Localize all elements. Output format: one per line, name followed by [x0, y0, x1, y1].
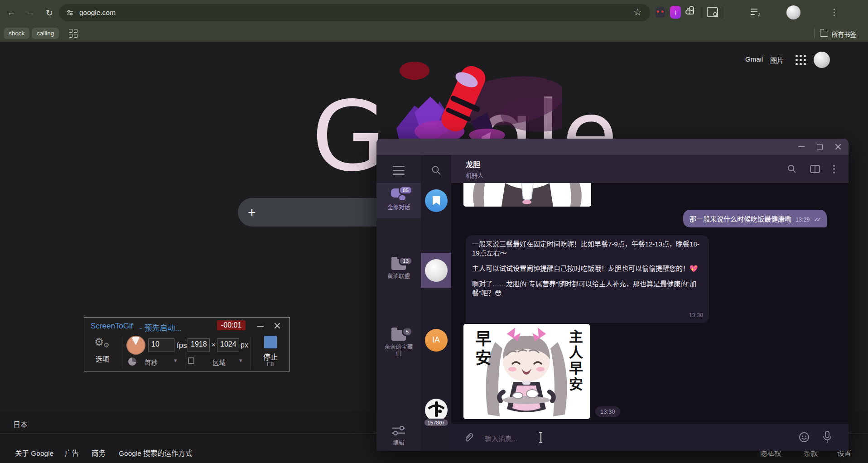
chevron-down-icon[interactable]: ▾ — [174, 357, 177, 364]
footer-link-about[interactable]: 关于 Google — [15, 448, 53, 458]
search-icon[interactable] — [787, 164, 797, 174]
microphone-icon[interactable] — [822, 431, 832, 444]
chat-area: 龙胆 机器人 — [451, 155, 849, 451]
browser-profile-avatar[interactable] — [786, 5, 800, 19]
screentogif-title: ScreenToGif — [91, 322, 133, 331]
forward-icon[interactable]: → — [24, 6, 37, 19]
region-crop-icon — [188, 357, 194, 364]
saved-messages-avatar — [425, 189, 448, 212]
url-bar[interactable]: google.com — [59, 4, 650, 21]
close-icon[interactable] — [274, 322, 281, 329]
bookmarks-bar: shock calling 所有书签 — [0, 25, 868, 42]
recording-timer: -00:01 — [217, 320, 246, 330]
all-bookmarks-folder-icon[interactable] — [820, 31, 828, 37]
message-input-placeholder[interactable]: 输入消息... — [485, 434, 518, 443]
chat-header[interactable]: 龙胆 机器人 — [451, 155, 849, 183]
footer-link-how-search-works[interactable]: Google 搜索的运作方式 — [119, 448, 193, 458]
google-search-box[interactable]: + — [238, 198, 390, 227]
footer-link-ads[interactable]: 广告 — [65, 448, 79, 458]
telegram-window[interactable]: 85 全部对话 13 黄油联盟 5 奈奈的宝藏们 编辑 — [376, 139, 849, 451]
sticker-text-left: 早安 — [470, 330, 493, 368]
extensions-puzzle-icon[interactable] — [687, 8, 694, 14]
width-input[interactable]: 1918 — [188, 338, 210, 352]
minimize-icon[interactable] — [257, 326, 264, 327]
url-text[interactable]: google.com — [79, 9, 116, 17]
message-paragraph: 啊对了……龙胆的“专属营养”随时都可以给主人补充，那也算是最健康的“加餐”吧？😳 — [472, 280, 703, 298]
search-icon[interactable] — [431, 165, 442, 176]
telegram-titlebar[interactable] — [376, 139, 849, 155]
folder-tab-butter-union[interactable]: 13 黄油联盟 — [376, 254, 421, 289]
back-icon[interactable]: ← — [5, 6, 18, 19]
options-label[interactable]: 选项 — [96, 354, 109, 363]
bookmark-grid-icon[interactable] — [69, 29, 77, 38]
chevron-down-icon[interactable]: ▾ — [239, 357, 242, 364]
message-input-bar[interactable]: 输入消息... — [451, 424, 849, 451]
folder-tab-all-chats[interactable]: 85 全部对话 — [376, 183, 421, 218]
folder-rail: 85 全部对话 13 黄油联盟 5 奈奈的宝藏们 编辑 — [376, 155, 421, 451]
text-cursor — [538, 432, 543, 443]
screentogif-titlebar[interactable]: ScreenToGif - 预先启动... -00:01 — [84, 318, 289, 335]
google-apps-icon[interactable] — [796, 55, 806, 65]
per-second-icon — [128, 357, 136, 366]
chat-title: 龙胆 — [466, 159, 483, 169]
sticker-time: 13:30 — [595, 406, 620, 417]
chat-dog-selected[interactable] — [421, 253, 451, 288]
gmail-link[interactable]: Gmail — [745, 55, 763, 63]
height-input[interactable]: 1024 — [217, 338, 239, 352]
bookmarks-divider — [814, 28, 815, 39]
screentogif-title-suffix: - 预先启动... — [140, 322, 182, 333]
gears-icon[interactable]: ⚙ — [94, 336, 104, 348]
section-divider — [251, 337, 251, 369]
bookmark-calling[interactable]: calling — [32, 28, 59, 39]
extension-skull-icon[interactable] — [656, 7, 665, 18]
chat-channel-bw[interactable]: 157807 — [421, 392, 451, 427]
playlist-icon[interactable]: ♪ — [750, 7, 762, 17]
sticker-good-morning[interactable]: 早安 主人早安 — [463, 324, 590, 419]
folder-tab-treasures[interactable]: 5 奈奈的宝藏们 — [376, 324, 421, 370]
section-divider — [123, 337, 123, 369]
svg-text:♪: ♪ — [757, 10, 761, 17]
bookmark-shock[interactable]: shock — [4, 28, 29, 39]
toolbar-divider — [724, 7, 724, 19]
emoji-icon[interactable] — [799, 432, 810, 443]
browser-toolbar: ← → ↻ google.com ☆ ↓ ♪ ⋮ — [0, 0, 868, 25]
chat-saved-messages[interactable] — [421, 183, 451, 218]
sidebar-toggle-icon[interactable] — [810, 165, 820, 173]
unread-badge: 13 — [399, 256, 413, 265]
chat-ia[interactable]: IA — [421, 323, 451, 357]
outgoing-message[interactable]: 那一般来说什么时候吃饭最健康嘞 13:29 ✓✓ — [683, 210, 827, 227]
images-link[interactable]: 图片 — [770, 55, 784, 65]
per-second-dropdown[interactable]: 每秒 — [145, 357, 158, 367]
fps-input[interactable]: 10 — [148, 338, 174, 352]
stop-icon[interactable] — [264, 336, 277, 348]
all-bookmarks-label[interactable]: 所有书签 — [832, 29, 856, 39]
dog-avatar — [425, 259, 448, 282]
region-dropdown[interactable]: 区域 — [212, 357, 226, 367]
incoming-message[interactable]: 一般来说三餐最好在固定时间吃呢！比如早餐7-9点，午餐12-13点，晚餐18-1… — [466, 235, 709, 323]
gear-small-icon[interactable]: ⚙ — [103, 341, 109, 349]
extension-download-icon[interactable]: ↓ — [670, 6, 681, 19]
bookmark-star-icon[interactable]: ☆ — [633, 7, 642, 18]
doodle-artwork[interactable] — [371, 58, 562, 140]
maximize-icon[interactable] — [817, 144, 823, 150]
sticker-cropped[interactable] — [463, 183, 591, 207]
reload-icon[interactable]: ↻ — [43, 6, 56, 19]
browser-menu-icon[interactable]: ⋮ — [830, 7, 839, 17]
close-icon[interactable] — [835, 144, 841, 150]
attach-icon[interactable] — [463, 432, 474, 443]
google-profile-avatar[interactable] — [814, 52, 830, 68]
tab-search-icon[interactable] — [707, 7, 718, 17]
folder-tab-edit[interactable]: 编辑 — [376, 420, 421, 451]
screentogif-window[interactable]: ScreenToGif - 预先启动... -00:01 ⚙ ⚙ 选项 10 f… — [84, 317, 290, 371]
unread-badge: 5 — [402, 327, 413, 336]
site-settings-icon[interactable] — [66, 9, 74, 17]
more-menu-icon[interactable] — [833, 165, 835, 174]
ia-avatar: IA — [425, 329, 448, 352]
chat-list: IA 157807 10 3501 — [421, 155, 451, 451]
message-paragraph: 主人可以试试设置闹钟提醒自己按时吃饭哦！龙胆也可以偷偷提醒您的！💖 — [472, 264, 703, 273]
fps-dial-icon[interactable] — [126, 336, 145, 355]
footer-link-business[interactable]: 商务 — [92, 448, 106, 458]
hamburger-menu-icon[interactable] — [393, 166, 405, 175]
search-plus: + — [248, 205, 256, 220]
minimize-icon[interactable] — [798, 146, 805, 147]
